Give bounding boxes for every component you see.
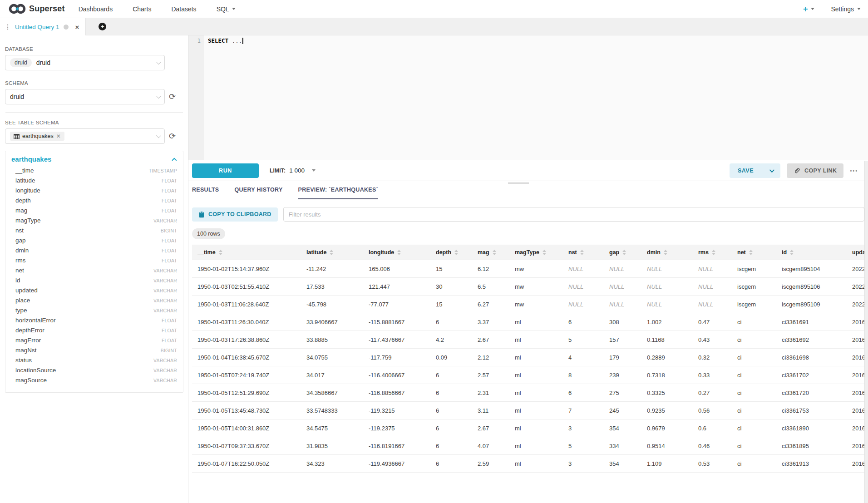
database-select[interactable]: druid druid: [5, 55, 165, 70]
table-row: 1950-01-05T07:24:19.740Z34.017-116.40066…: [192, 366, 864, 384]
schema-column-row[interactable]: gap FLOAT: [11, 237, 177, 247]
schema-column-row[interactable]: horizontalError FLOAT: [11, 317, 177, 327]
schema-column-row[interactable]: depth FLOAT: [11, 197, 177, 207]
schema-column-row[interactable]: updated VARCHAR: [11, 287, 177, 297]
sort-icon[interactable]: [622, 250, 626, 255]
copy-link-button[interactable]: COPY LINK: [787, 163, 843, 178]
sort-icon[interactable]: [493, 250, 496, 255]
schema-column-row[interactable]: status VARCHAR: [11, 357, 177, 367]
table-row: 1950-01-05T12:51:29.690Z34.3586667-116.8…: [192, 384, 864, 402]
close-icon[interactable]: ×: [75, 23, 79, 31]
save-button[interactable]: SAVE: [730, 163, 762, 178]
column-type: FLOAT: [162, 248, 177, 253]
schema-column-row[interactable]: magError FLOAT: [11, 337, 177, 347]
schema-column-row[interactable]: mag FLOAT: [11, 207, 177, 217]
column-header-magType[interactable]: magType: [509, 245, 563, 260]
table-cell: 0.09: [430, 349, 472, 366]
settings-menu[interactable]: Settings: [831, 5, 861, 13]
column-header-mag[interactable]: mag: [472, 245, 509, 260]
table-cell: 4: [563, 349, 604, 366]
table-cell: 2016-0: [847, 384, 864, 402]
sort-icon[interactable]: [790, 250, 794, 255]
schema-column-row[interactable]: net VARCHAR: [11, 267, 177, 277]
column-header-updated[interactable]: updated: [847, 245, 864, 260]
results-tab-preview-earthquakes[interactable]: PREVIEW: `EARTHQUAKES`: [298, 187, 379, 199]
sort-icon[interactable]: [712, 250, 715, 255]
sort-icon[interactable]: [749, 250, 753, 255]
schema-column-row[interactable]: magNst BIGINT: [11, 347, 177, 357]
table-cell: 2016-0: [847, 313, 864, 331]
vertical-scrollbar[interactable]: [864, 161, 868, 503]
run-button[interactable]: RUN: [192, 163, 259, 178]
refresh-tables-icon[interactable]: ⟳: [169, 132, 176, 140]
table-cell: 34.5475: [301, 419, 363, 437]
nav-item-datasets[interactable]: Datasets: [171, 5, 196, 13]
sort-icon[interactable]: [454, 250, 458, 255]
schema-select[interactable]: druid: [5, 89, 165, 104]
table-cell: 6: [430, 313, 472, 331]
superset-logo[interactable]: Superset: [8, 3, 65, 15]
remove-table-icon[interactable]: ✕: [56, 133, 61, 139]
schema-column-row[interactable]: dmin FLOAT: [11, 247, 177, 257]
chevron-down-icon: [156, 133, 161, 138]
schema-column-row[interactable]: rms FLOAT: [11, 257, 177, 267]
refresh-schema-icon[interactable]: ⟳: [169, 93, 176, 101]
column-header-longitude[interactable]: longitude: [363, 245, 430, 260]
results-tab-results[interactable]: RESULTS: [192, 187, 219, 199]
resize-grip-icon[interactable]: [508, 182, 529, 185]
column-header-label: mag: [478, 249, 489, 256]
schema-column-row[interactable]: __time TIMESTAMP: [11, 167, 177, 177]
schema-column-row[interactable]: magType VARCHAR: [11, 217, 177, 227]
nav-item-charts[interactable]: Charts: [133, 5, 151, 13]
column-type: VARCHAR: [153, 298, 177, 303]
table-row: 1950-01-07T16:22:50.050Z34.323-119.49366…: [192, 455, 864, 473]
column-header-dmin[interactable]: dmin: [641, 245, 693, 260]
column-header-gap[interactable]: gap: [604, 245, 641, 260]
query-tab-untitled-query-1[interactable]: ⋮ Untitled Query 1 ×: [0, 18, 86, 35]
pane-resize-divider[interactable]: [188, 181, 868, 181]
column-header-latitude[interactable]: latitude: [301, 245, 363, 260]
column-header-id[interactable]: id: [776, 245, 847, 260]
sort-icon[interactable]: [219, 250, 222, 255]
collapse-icon[interactable]: [172, 158, 177, 163]
column-header-depth[interactable]: depth: [430, 245, 472, 260]
limit-dropdown[interactable]: LIMIT: 1 000: [270, 167, 316, 174]
column-header-net[interactable]: net: [732, 245, 776, 260]
nav-item-dashboards[interactable]: Dashboards: [79, 5, 113, 13]
more-actions-button[interactable]: •••: [850, 168, 858, 173]
query-tab-label: Untitled Query 1: [15, 24, 59, 30]
schema-column-row[interactable]: locationSource VARCHAR: [11, 367, 177, 377]
schema-column-row[interactable]: type VARCHAR: [11, 307, 177, 317]
table-cell: 1950-01-07T16:22:50.050Z: [192, 455, 301, 473]
table-select[interactable]: earthquakes ✕: [5, 128, 165, 144]
column-header-__time[interactable]: __time: [192, 245, 301, 260]
table-cell: NULL: [641, 296, 693, 313]
add-tab-button[interactable]: +: [99, 23, 106, 30]
sort-icon[interactable]: [542, 250, 546, 255]
drag-handle-icon[interactable]: ⋮: [5, 24, 11, 30]
results-tab-query-history[interactable]: QUERY HISTORY: [235, 187, 283, 199]
schema-column-row[interactable]: id VARCHAR: [11, 277, 177, 287]
sort-icon[interactable]: [580, 250, 584, 255]
editor-code-area[interactable]: SELECT ...: [204, 35, 868, 160]
schema-column-row[interactable]: nst BIGINT: [11, 227, 177, 237]
schema-column-row[interactable]: depthError FLOAT: [11, 327, 177, 337]
save-options-button[interactable]: [762, 163, 780, 178]
copy-to-clipboard-button[interactable]: COPY TO CLIPBOARD: [192, 207, 278, 222]
schema-column-row[interactable]: latitude FLOAT: [11, 177, 177, 187]
sort-icon[interactable]: [664, 250, 667, 255]
schema-column-row[interactable]: longitude FLOAT: [11, 187, 177, 197]
sql-code-editor[interactable]: 1 SELECT ...: [188, 35, 868, 160]
column-header-nst[interactable]: nst: [563, 245, 604, 260]
schema-column-row[interactable]: place VARCHAR: [11, 297, 177, 307]
schema-column-row[interactable]: magSource VARCHAR: [11, 377, 177, 387]
sort-icon[interactable]: [330, 250, 333, 255]
nav-item-sql[interactable]: SQL: [217, 5, 236, 13]
filter-results-input[interactable]: [283, 207, 864, 222]
new-item-menu[interactable]: +: [803, 5, 815, 13]
table-cell: 6.12: [472, 260, 509, 278]
sort-icon[interactable]: [397, 250, 401, 255]
table-cell: -11.242: [301, 260, 363, 278]
table-cell: 0.2889: [641, 349, 693, 366]
column-header-rms[interactable]: rms: [693, 245, 732, 260]
